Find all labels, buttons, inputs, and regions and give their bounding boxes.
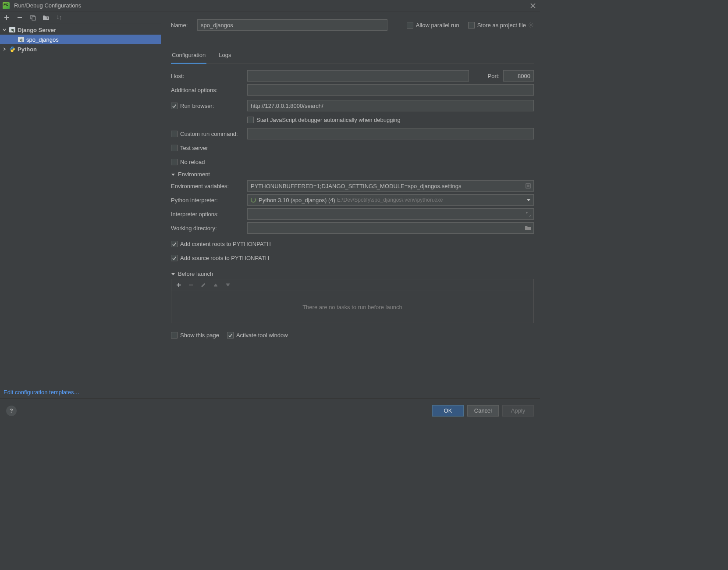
interpreter-sub: E:\Dev\Spotify\spo_djangos\.venv\python.… [337,197,443,203]
no-reload-label: No reload [180,159,205,165]
env-vars-field[interactable] [247,180,534,192]
python-icon [9,46,16,53]
edit-icon[interactable] [199,281,207,289]
allow-parallel-checkbox[interactable]: Allow parallel run [407,22,459,28]
working-dir-field[interactable] [247,222,534,234]
window-title: Run/Debug Configurations [14,2,81,9]
start-js-debugger-label: Start JavaScript debugger automatically … [256,117,401,123]
environment-label: Environment [178,171,210,178]
no-reload-checkbox[interactable]: No reload [171,159,205,165]
working-dir-label: Working directory: [171,225,247,232]
add-icon[interactable] [175,281,183,289]
add-source-roots-checkbox[interactable]: Add source roots to PYTHONPATH [171,255,269,261]
host-field[interactable] [247,70,469,82]
custom-run-cmd-label: Custom run command: [180,131,238,137]
checkbox-icon [171,159,178,165]
content-pane: Name: Allow parallel run Store as projec… [161,11,540,398]
checkbox-icon [468,22,475,28]
interp-options-field[interactable] [247,208,534,220]
addl-options-field[interactable] [247,84,534,96]
custom-run-cmd-field[interactable] [247,128,534,139]
chevron-down-icon [171,172,175,177]
allow-parallel-label: Allow parallel run [416,22,459,28]
close-button[interactable] [529,1,537,10]
list-edit-icon[interactable] [524,182,532,190]
before-launch-list[interactable]: There are no tasks to run before launch [171,291,534,323]
tree-node-django-server[interactable]: dj Django Server [0,25,161,35]
configuration-panel: Host: Port: Additional options: Run brow… [171,68,534,343]
chevron-down-icon[interactable] [2,27,7,32]
tabs: Configuration Logs [171,48,534,64]
sidebar: dj Django Server dj spo_djangos Python E… [0,11,161,398]
checkbox-icon [171,131,178,137]
activate-tool-checkbox[interactable]: Activate tool window [227,332,288,338]
activate-tool-label: Activate tool window [236,332,288,338]
remove-icon[interactable] [187,281,195,289]
copy-icon[interactable] [29,14,37,21]
custom-run-cmd-checkbox[interactable]: Custom run command: [171,131,238,137]
before-launch-label: Before launch [178,271,213,277]
port-field[interactable] [503,70,534,82]
tab-logs[interactable]: Logs [218,48,232,64]
cancel-button[interactable]: Cancel [467,405,499,417]
svg-marker-25 [226,284,230,286]
add-content-roots-label: Add content roots to PYTHONPATH [180,241,271,247]
interpreter-label: Python interpreter: [171,197,247,203]
folder-icon[interactable] [524,224,532,232]
checkbox-icon [171,332,178,338]
down-icon[interactable] [224,281,232,289]
spinner-icon [251,197,256,203]
run-browser-checkbox[interactable]: Run browser: [171,103,214,109]
name-field[interactable] [197,19,387,31]
checkbox-icon [407,22,413,28]
test-server-checkbox[interactable]: Test server [171,145,208,151]
port-label: Port: [475,73,500,79]
sort-icon[interactable] [55,14,63,21]
apply-button[interactable]: Apply [502,405,534,417]
name-label: Name: [171,22,197,28]
show-this-page-checkbox[interactable]: Show this page [171,332,219,338]
store-as-project-label: Store as project file [477,22,526,28]
pycharm-icon [3,2,10,9]
add-content-roots-checkbox[interactable]: Add content roots to PYTHONPATH [171,241,271,247]
checkbox-icon [171,145,178,151]
gear-icon[interactable] [528,22,534,28]
config-tree[interactable]: dj Django Server dj spo_djangos Python [0,24,161,386]
tree-node-python[interactable]: Python [0,44,161,54]
edit-templates-link[interactable]: Edit configuration templates… [0,386,161,398]
checkbox-checked-icon [227,332,234,338]
run-browser-field[interactable] [247,100,534,111]
ok-button[interactable]: OK [432,405,464,417]
interp-options-label: Interpreter options: [171,211,247,217]
host-label: Host: [171,73,247,79]
svg-rect-6 [32,17,36,20]
interpreter-select[interactable]: Python 3.10 (spo_djangos) (4) E:\Dev\Spo… [247,194,534,206]
tab-configuration[interactable]: Configuration [171,48,206,64]
titlebar: Run/Debug Configurations [0,0,540,11]
expand-icon[interactable] [524,210,532,218]
env-vars-label: Environment variables: [171,183,247,189]
django-icon: dj [9,26,16,33]
up-icon[interactable] [212,281,220,289]
store-as-project-checkbox[interactable]: Store as project file [468,22,526,28]
add-source-roots-label: Add source roots to PYTHONPATH [180,255,269,261]
chevron-down-icon [171,272,175,276]
svg-marker-19 [527,199,530,201]
remove-icon[interactable] [16,14,24,21]
environment-section-header[interactable]: Environment [171,171,534,178]
save-template-icon[interactable] [42,14,50,21]
django-icon: dj [18,36,25,43]
show-this-page-label: Show this page [180,332,219,338]
help-button[interactable]: ? [6,406,17,416]
addl-options-label: Additional options: [171,87,247,93]
svg-marker-24 [214,284,217,286]
add-icon[interactable] [3,14,11,21]
tree-node-spo-djangos[interactable]: dj spo_djangos [0,35,161,44]
chevron-right-icon[interactable] [2,46,7,52]
svg-point-13 [530,24,532,26]
tree-label: Python [18,46,37,53]
start-js-debugger-checkbox[interactable]: Start JavaScript debugger automatically … [247,117,401,123]
before-launch-empty-label: There are no tasks to run before launch [302,304,402,310]
before-launch-header[interactable]: Before launch [171,271,534,277]
before-launch-toolbar [171,279,534,291]
